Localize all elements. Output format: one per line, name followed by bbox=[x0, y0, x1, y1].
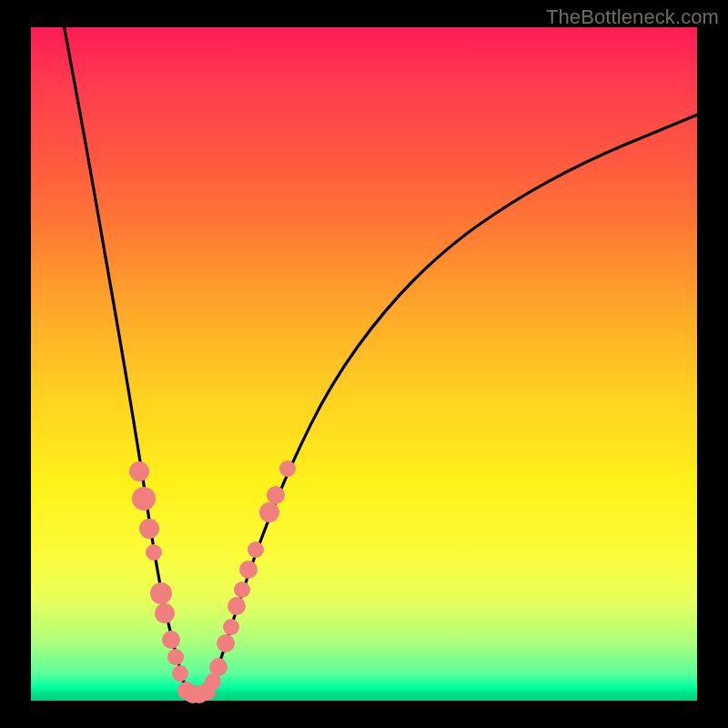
bead-marker bbox=[223, 619, 239, 635]
bead-marker bbox=[172, 665, 188, 682]
bead-marker bbox=[162, 631, 180, 649]
bead-marker bbox=[259, 502, 279, 522]
bead-marker bbox=[139, 519, 159, 539]
bead-marker bbox=[150, 582, 172, 604]
bead-marker bbox=[279, 460, 296, 477]
bead-marker bbox=[217, 634, 235, 652]
watermark-text: TheBottleneck.com bbox=[546, 5, 719, 29]
bead-marker bbox=[239, 561, 258, 579]
bead-markers-layer bbox=[31, 27, 697, 701]
bead-marker bbox=[248, 541, 264, 558]
bead-marker bbox=[132, 487, 156, 511]
bead-marker bbox=[146, 544, 162, 561]
bead-marker bbox=[209, 658, 228, 676]
bead-marker bbox=[234, 581, 250, 598]
bead-marker bbox=[267, 486, 285, 504]
bead-marker bbox=[228, 597, 246, 615]
bead-marker bbox=[129, 461, 149, 481]
bead-marker bbox=[155, 603, 175, 623]
bead-marker bbox=[167, 649, 184, 665]
